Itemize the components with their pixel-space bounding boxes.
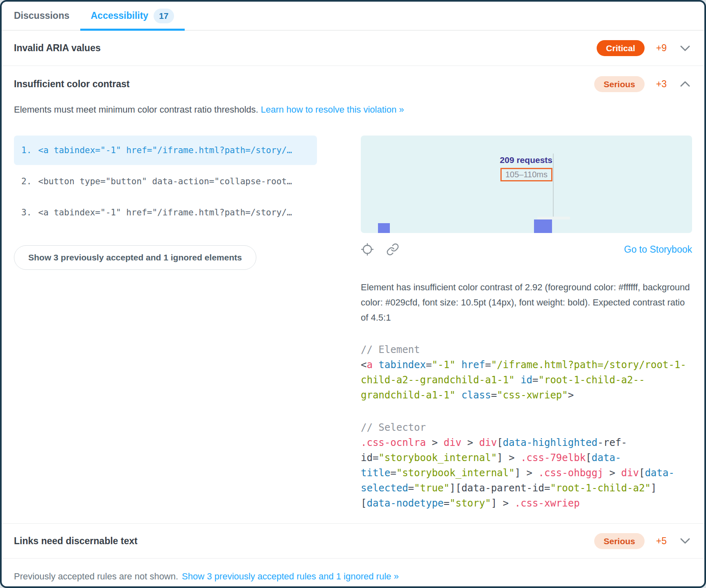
tab-accessibility[interactable]: Accessibility 17 — [80, 2, 185, 30]
tab-discussions-label: Discussions — [14, 10, 70, 21]
extra-count: +3 — [653, 79, 670, 90]
element-number: 3. — [21, 208, 32, 217]
severity-badge: Serious — [594, 533, 645, 549]
code-comment: // Element — [361, 342, 692, 357]
locate-icon[interactable] — [361, 243, 374, 256]
element-number: 2. — [21, 176, 32, 186]
footer-note: Previously accepted rules are not shown. — [14, 571, 178, 582]
extra-count: +5 — [653, 536, 670, 547]
story-preview-thumbnail[interactable]: 209 requests 105–110ms — [361, 136, 692, 233]
show-accepted-elements-button[interactable]: Show 3 previously accepted and 1 ignored… — [14, 245, 256, 270]
panel-footer: Previously accepted rules are not shown.… — [2, 558, 704, 588]
rule-description-text: Elements must meet minimum color contras… — [14, 104, 258, 115]
tooltip-requests-label: 209 requests — [361, 155, 552, 165]
tooltip-pointer-line — [553, 154, 554, 217]
tab-discussions[interactable]: Discussions — [3, 2, 80, 30]
rule-expanded-color-contrast: Insufficient color contrast Serious +3 E… — [2, 66, 704, 523]
element-list-item-2[interactable]: 2. <button type="button" data-action="co… — [14, 167, 317, 196]
rule-meta: Serious +3 — [594, 76, 692, 92]
show-accepted-rules-link[interactable]: Show 3 previously accepted rules and 1 i… — [182, 571, 399, 582]
rule-row-color-contrast[interactable]: Insufficient color contrast Serious +3 — [14, 66, 692, 102]
element-code-block: // Element <a tabindex="-1" href="/ifram… — [361, 342, 692, 403]
chart-bar-left — [378, 223, 390, 233]
rule-title: Invalid ARIA values — [14, 43, 101, 54]
accessibility-count-badge: 17 — [154, 9, 174, 23]
rule-detail-columns: 1. <a tabindex="-1" href="/iframe.html?p… — [14, 136, 692, 511]
rule-row-discernable-text[interactable]: Links need discernable text Serious +5 — [2, 523, 704, 558]
element-number: 1. — [21, 145, 32, 155]
tab-accessibility-label: Accessibility — [91, 10, 149, 21]
severity-badge: Serious — [594, 76, 645, 92]
go-to-storybook-link[interactable]: Go to Storybook — [624, 244, 692, 255]
bar-hover-cap — [537, 217, 570, 219]
rule-meta: Critical +9 — [597, 40, 692, 56]
element-code-snippet: <a tabindex="-1" href="/iframe.html?path… — [38, 208, 292, 217]
link-icon[interactable] — [386, 243, 399, 256]
element-code: <a tabindex="-1" href="/iframe.html?path… — [361, 357, 692, 403]
element-list-item-3[interactable]: 3. <a tabindex="-1" href="/iframe.html?p… — [14, 198, 317, 227]
element-code-snippet: <button type="button" data-action="colla… — [38, 176, 292, 186]
chevron-up-icon[interactable] — [678, 79, 692, 89]
selector-code: .css-ocnlra > div > div[data-highlighted… — [361, 435, 692, 511]
rule-description: Elements must meet minimum color contras… — [14, 104, 692, 115]
rule-row-invalid-aria[interactable]: Invalid ARIA values Critical +9 — [2, 31, 704, 66]
tooltip-duration-highlight-box: 105–110ms — [500, 168, 552, 181]
element-detail-column: 209 requests 105–110ms — [361, 136, 692, 511]
learn-how-link[interactable]: Learn how to resolve this violation » — [261, 104, 404, 115]
element-list-item-1[interactable]: 1. <a tabindex="-1" href="/iframe.html?p… — [14, 136, 317, 165]
violation-explanation: Element has insufficient color contrast … — [361, 280, 692, 325]
chevron-down-icon[interactable] — [678, 43, 692, 53]
chart-bar-center — [534, 219, 552, 233]
chevron-down-icon[interactable] — [678, 536, 692, 546]
element-list-column: 1. <a tabindex="-1" href="/iframe.html?p… — [14, 136, 317, 511]
element-code-snippet: <a tabindex="-1" href="/iframe.html?path… — [38, 145, 292, 155]
rule-title: Links need discernable text — [14, 536, 138, 547]
preview-toolbar: Go to Storybook — [361, 243, 692, 256]
extra-count: +9 — [653, 43, 670, 54]
code-comment: // Selector — [361, 420, 692, 435]
tab-bar: Discussions Accessibility 17 — [2, 2, 704, 31]
chart-tooltip: 209 requests 105–110ms — [361, 155, 552, 181]
accessibility-panel: Discussions Accessibility 17 Invalid ARI… — [0, 0, 706, 588]
rule-meta: Serious +5 — [594, 533, 692, 549]
rule-title: Insufficient color contrast — [14, 79, 129, 90]
severity-badge: Critical — [597, 40, 645, 56]
selector-code-block: // Selector .css-ocnlra > div > div[data… — [361, 420, 692, 511]
